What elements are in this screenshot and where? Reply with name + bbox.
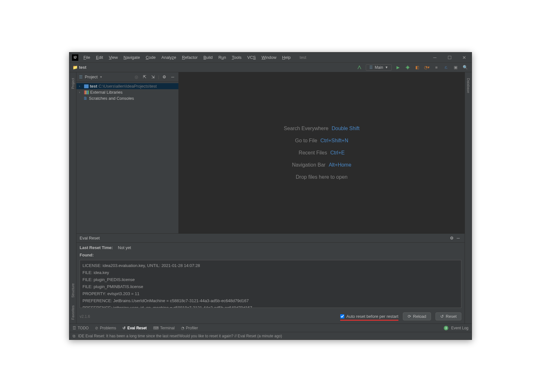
found-item[interactable]: PREFERENCE: JetBrains.UserIdOnMachine = … xyxy=(82,297,459,304)
tab-problems[interactable]: ⊘Problems xyxy=(95,326,116,330)
eval-footer: v2.1.6 Auto reset before per restart ⟳ R… xyxy=(76,310,465,324)
coverage-icon[interactable]: ◧ xyxy=(414,64,420,71)
debug-icon[interactable] xyxy=(404,64,411,71)
chevron-right-icon[interactable]: › xyxy=(79,84,83,88)
menu-analyze[interactable]: Analyze xyxy=(159,54,179,61)
favorites-tool-tab[interactable]: Favorites xyxy=(70,303,75,322)
breadcrumb-project[interactable]: test xyxy=(79,65,86,70)
tree-external-libs[interactable]: › External Libraries xyxy=(76,89,178,95)
expand-all-icon[interactable]: ⇱ xyxy=(142,74,148,80)
intellij-logo-icon: IJ xyxy=(72,54,78,61)
auto-reset-input[interactable] xyxy=(340,314,344,318)
menu-window[interactable]: Window xyxy=(259,54,279,61)
window-controls: ─ ☐ ✕ xyxy=(427,52,472,63)
run-config-icon: ☰ xyxy=(369,65,373,70)
welcome-shortcut: Ctrl+Shift+N xyxy=(320,138,348,144)
reset-label: Reset xyxy=(446,314,457,319)
tab-eval-reset[interactable]: ↺Eval Reset xyxy=(122,326,147,330)
status-icon[interactable]: ⧉ xyxy=(73,334,75,338)
last-reset-label: Last Reset Time: xyxy=(80,245,113,250)
menu-edit[interactable]: Edit xyxy=(93,54,106,61)
menu-view[interactable]: View xyxy=(106,54,120,61)
welcome-drop-hint: Drop files here to open xyxy=(296,174,348,180)
collapse-all-icon[interactable]: ⇲ xyxy=(150,74,156,80)
found-item[interactable]: FILE: plugin_PIEDIS.license xyxy=(82,276,459,283)
gear-icon[interactable]: ⚙ xyxy=(161,74,168,80)
menu-help[interactable]: Help xyxy=(279,54,293,61)
terminal-icon: ⌨ xyxy=(153,326,159,330)
welcome-goto-file: Go to File Ctrl+Shift+N xyxy=(295,138,349,144)
menu-run[interactable]: Run xyxy=(216,54,229,61)
menu-code[interactable]: Code xyxy=(143,54,158,61)
profiler-run-icon[interactable]: ◔▾ xyxy=(424,64,430,71)
structure-tool-tab[interactable]: Structure xyxy=(70,281,75,300)
run-icon[interactable]: ▶ xyxy=(395,64,401,71)
eval-reset-icon: ↺ xyxy=(122,326,126,330)
project-panel-title[interactable]: Project xyxy=(85,74,98,79)
maximize-button[interactable]: ☐ xyxy=(442,52,457,63)
reload-button[interactable]: ⟳ Reload xyxy=(403,312,431,320)
hide-panel-icon[interactable]: ─ xyxy=(455,235,461,241)
tree-scratches-label: Scratches and Consoles xyxy=(89,96,134,101)
found-item[interactable]: FILE: plugin_PMINBATIS.license xyxy=(82,283,459,290)
eval-panel-body: Last Reset Time: Not yet Found: LICENSE:… xyxy=(76,243,465,310)
reset-button[interactable]: ↺ Reset xyxy=(435,312,461,320)
project-panel-icon: ☰ xyxy=(79,74,83,79)
profiler-icon: ◔ xyxy=(181,326,184,330)
eval-reset-panel: Eval Reset ⚙ ─ Last Reset Time: Not yet … xyxy=(76,233,465,324)
project-folder-icon: 📁 xyxy=(73,65,78,70)
last-reset-value: Not yet xyxy=(118,245,131,250)
menu-refactor[interactable]: Refactor xyxy=(179,54,200,61)
scratches-icon: 🗎 xyxy=(83,96,88,101)
run-config-label: Main xyxy=(375,65,383,70)
found-item[interactable]: PROPERTY: evlsprt3.203 = 11 xyxy=(82,290,459,297)
tab-profiler[interactable]: ◔Profiler xyxy=(181,326,198,330)
welcome-shortcut: Alt+Home xyxy=(329,162,351,168)
chevron-right-icon[interactable]: › xyxy=(79,90,83,94)
chevron-down-icon: ▼ xyxy=(385,66,388,69)
tab-terminal[interactable]: ⌨Terminal xyxy=(153,326,175,330)
tree-external-label: External Libraries xyxy=(90,90,122,95)
gear-icon[interactable]: ⚙ xyxy=(449,235,455,241)
auto-reset-checkbox[interactable]: Auto reset before per restart xyxy=(340,314,398,319)
title-bar: IJ File Edit View Navigate Code Analyze … xyxy=(69,52,472,63)
hide-panel-icon[interactable]: ─ xyxy=(169,74,176,80)
tab-todo[interactable]: ☲TODO xyxy=(73,326,89,330)
build-icon[interactable] xyxy=(356,64,363,71)
project-tree[interactable]: › test C:\Users\allen\IdeaProjects\test … xyxy=(76,82,178,103)
menu-tools[interactable]: Tools xyxy=(229,54,244,61)
eval-panel-header: Eval Reset ⚙ ─ xyxy=(76,234,465,243)
toolbar: ☰ Main ▼ ▶ ◧ ◔▾ ■ ⎌ ▣ 🔍 xyxy=(356,64,468,71)
main-menu: File Edit View Navigate Code Analyze Ref… xyxy=(81,54,293,61)
tree-scratches[interactable]: 🗎 Scratches and Consoles xyxy=(76,95,178,101)
menu-vcs[interactable]: VCS xyxy=(245,54,258,61)
eval-panel-title: Eval Reset xyxy=(80,236,100,240)
reload-label: Reload xyxy=(413,314,426,319)
menu-file[interactable]: File xyxy=(81,54,93,61)
found-item[interactable]: PREFERENCE: jetbrains.user_id_on_machine… xyxy=(82,304,459,308)
tree-root[interactable]: › test C:\Users\allen\IdeaProjects\test xyxy=(76,83,178,89)
project-tool-tab[interactable]: Project xyxy=(70,76,75,91)
svg-point-0 xyxy=(406,66,409,69)
close-button[interactable]: ✕ xyxy=(457,52,472,63)
welcome-label: Search Everywhere xyxy=(284,126,329,131)
event-count-badge: 3 xyxy=(444,326,448,330)
vcs-update-icon[interactable]: ⎌ xyxy=(443,64,449,71)
welcome-nav-bar: Navigation Bar Alt+Home xyxy=(292,162,351,168)
terminal-toolbar-icon[interactable]: ▣ xyxy=(452,64,459,71)
found-item[interactable]: LICENSE: idea203.evaluation.key, UNTIL: … xyxy=(82,262,459,269)
tab-event-log[interactable]: 3 Event Log xyxy=(444,326,468,330)
found-list[interactable]: LICENSE: idea203.evaluation.key, UNTIL: … xyxy=(80,260,461,308)
reset-icon: ↺ xyxy=(440,314,444,319)
editor-placeholder: Search Everywhere Double Shift Go to Fil… xyxy=(179,72,465,233)
minimize-button[interactable]: ─ xyxy=(427,52,442,63)
menu-navigate[interactable]: Navigate xyxy=(121,54,142,61)
chevron-down-icon[interactable]: ▼ xyxy=(99,75,102,79)
run-config-selector[interactable]: ☰ Main ▼ xyxy=(366,64,392,71)
found-item[interactable]: FILE: idea.key xyxy=(82,269,459,276)
menu-build[interactable]: Build xyxy=(201,54,215,61)
select-opened-file-icon[interactable]: ◎ xyxy=(133,74,140,80)
search-everywhere-icon[interactable]: 🔍 xyxy=(462,64,468,71)
stop-icon[interactable]: ■ xyxy=(433,64,440,71)
database-tool-tab[interactable]: Database xyxy=(466,76,471,95)
